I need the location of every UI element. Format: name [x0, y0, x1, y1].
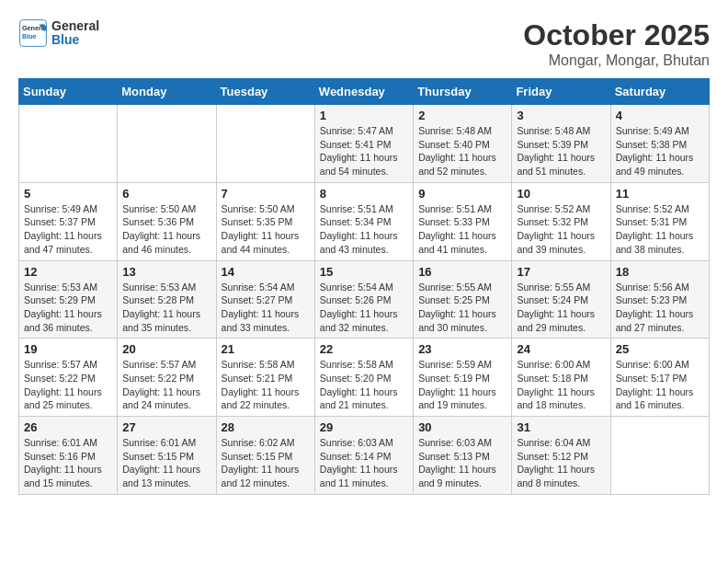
- day-number: 7: [222, 187, 310, 201]
- day-cell: 19Sunrise: 5:57 AM Sunset: 5:22 PM Dayli…: [19, 339, 118, 417]
- header-saturday: Saturday: [610, 79, 709, 105]
- day-cell: 22Sunrise: 5:58 AM Sunset: 5:20 PM Dayli…: [314, 339, 413, 417]
- day-info: Sunrise: 5:52 AM Sunset: 5:31 PM Dayligh…: [616, 202, 704, 257]
- day-info: Sunrise: 6:03 AM Sunset: 5:14 PM Dayligh…: [320, 436, 408, 490]
- day-number: 27: [122, 420, 210, 434]
- day-cell: [610, 417, 709, 495]
- header-thursday: Thursday: [414, 79, 512, 105]
- day-cell: 30Sunrise: 6:03 AM Sunset: 5:13 PM Dayli…: [414, 417, 512, 495]
- header-friday: Friday: [512, 79, 610, 105]
- day-number: 17: [517, 265, 605, 279]
- day-cell: 5Sunrise: 5:49 AM Sunset: 5:37 PM Daylig…: [19, 182, 118, 260]
- day-info: Sunrise: 6:04 AM Sunset: 5:12 PM Dayligh…: [517, 436, 605, 490]
- day-number: 13: [122, 265, 210, 279]
- day-info: Sunrise: 5:53 AM Sunset: 5:28 PM Dayligh…: [122, 281, 210, 335]
- day-cell: 23Sunrise: 5:59 AM Sunset: 5:19 PM Dayli…: [414, 339, 512, 417]
- day-cell: 3Sunrise: 5:48 AM Sunset: 5:39 PM Daylig…: [512, 105, 610, 183]
- day-cell: 25Sunrise: 6:00 AM Sunset: 5:17 PM Dayli…: [610, 339, 709, 417]
- day-info: Sunrise: 5:47 AM Sunset: 5:41 PM Dayligh…: [320, 124, 408, 178]
- day-info: Sunrise: 5:55 AM Sunset: 5:25 PM Dayligh…: [418, 281, 506, 335]
- day-number: 26: [24, 420, 112, 434]
- day-number: 5: [24, 187, 112, 201]
- day-info: Sunrise: 5:50 AM Sunset: 5:36 PM Dayligh…: [122, 202, 210, 257]
- day-info: Sunrise: 6:01 AM Sunset: 5:16 PM Dayligh…: [24, 436, 112, 490]
- day-number: 16: [418, 265, 506, 279]
- day-info: Sunrise: 6:01 AM Sunset: 5:15 PM Dayligh…: [122, 436, 210, 490]
- day-cell: 4Sunrise: 5:49 AM Sunset: 5:38 PM Daylig…: [610, 105, 709, 183]
- day-cell: 29Sunrise: 6:03 AM Sunset: 5:14 PM Dayli…: [314, 417, 413, 495]
- day-cell: 15Sunrise: 5:54 AM Sunset: 5:26 PM Dayli…: [314, 260, 413, 339]
- day-number: 30: [418, 420, 506, 434]
- logo-text-line1: General: [51, 19, 99, 33]
- logo-icon: General Blue: [18, 18, 48, 48]
- day-number: 12: [24, 265, 112, 279]
- day-cell: 31Sunrise: 6:04 AM Sunset: 5:12 PM Dayli…: [512, 417, 610, 495]
- day-number: 6: [122, 187, 210, 201]
- day-cell: 11Sunrise: 5:52 AM Sunset: 5:31 PM Dayli…: [610, 182, 709, 260]
- day-cell: 7Sunrise: 5:50 AM Sunset: 5:35 PM Daylig…: [216, 182, 314, 260]
- day-info: Sunrise: 5:56 AM Sunset: 5:23 PM Dayligh…: [616, 281, 704, 335]
- day-info: Sunrise: 6:02 AM Sunset: 5:15 PM Dayligh…: [222, 436, 310, 490]
- day-info: Sunrise: 6:00 AM Sunset: 5:17 PM Dayligh…: [616, 358, 704, 412]
- main-title: October 2025: [523, 18, 710, 52]
- week-row-1: 1Sunrise: 5:47 AM Sunset: 5:41 PM Daylig…: [19, 105, 710, 183]
- day-info: Sunrise: 5:57 AM Sunset: 5:22 PM Dayligh…: [24, 358, 112, 412]
- day-number: 2: [418, 109, 506, 122]
- day-cell: 16Sunrise: 5:55 AM Sunset: 5:25 PM Dayli…: [414, 260, 512, 339]
- day-number: 29: [320, 420, 408, 434]
- day-info: Sunrise: 5:57 AM Sunset: 5:22 PM Dayligh…: [122, 358, 210, 412]
- day-info: Sunrise: 5:58 AM Sunset: 5:20 PM Dayligh…: [320, 358, 408, 412]
- day-number: 4: [616, 109, 704, 122]
- day-info: Sunrise: 5:58 AM Sunset: 5:21 PM Dayligh…: [222, 358, 310, 412]
- day-cell: 24Sunrise: 6:00 AM Sunset: 5:18 PM Dayli…: [512, 339, 610, 417]
- header-monday: Monday: [118, 79, 216, 105]
- header-sunday: Sunday: [19, 79, 118, 105]
- header-wednesday: Wednesday: [314, 79, 413, 105]
- calendar-table: SundayMondayTuesdayWednesdayThursdayFrid…: [18, 78, 710, 495]
- week-row-3: 12Sunrise: 5:53 AM Sunset: 5:29 PM Dayli…: [19, 260, 710, 339]
- day-number: 24: [517, 342, 605, 356]
- logo: General Blue General Blue: [18, 18, 99, 48]
- day-cell: 27Sunrise: 6:01 AM Sunset: 5:15 PM Dayli…: [118, 417, 216, 495]
- sub-title: Mongar, Mongar, Bhutan: [523, 52, 710, 69]
- calendar-header: SundayMondayTuesdayWednesdayThursdayFrid…: [19, 79, 710, 105]
- day-info: Sunrise: 5:48 AM Sunset: 5:39 PM Dayligh…: [517, 124, 605, 178]
- week-row-2: 5Sunrise: 5:49 AM Sunset: 5:37 PM Daylig…: [19, 182, 710, 260]
- day-number: 31: [517, 420, 605, 434]
- day-info: Sunrise: 5:48 AM Sunset: 5:40 PM Dayligh…: [418, 124, 506, 178]
- svg-text:Blue: Blue: [22, 32, 37, 40]
- day-cell: 18Sunrise: 5:56 AM Sunset: 5:23 PM Dayli…: [610, 260, 709, 339]
- day-number: 28: [222, 420, 310, 434]
- day-number: 14: [222, 265, 310, 279]
- day-info: Sunrise: 5:51 AM Sunset: 5:34 PM Dayligh…: [320, 202, 408, 257]
- day-number: 1: [320, 109, 408, 122]
- day-cell: 1Sunrise: 5:47 AM Sunset: 5:41 PM Daylig…: [314, 105, 413, 183]
- day-info: Sunrise: 5:54 AM Sunset: 5:26 PM Dayligh…: [320, 281, 408, 335]
- day-number: 18: [616, 265, 704, 279]
- day-number: 21: [222, 342, 310, 356]
- day-number: 19: [24, 342, 112, 356]
- day-info: Sunrise: 5:54 AM Sunset: 5:27 PM Dayligh…: [222, 281, 310, 335]
- day-cell: 26Sunrise: 6:01 AM Sunset: 5:16 PM Dayli…: [19, 417, 118, 495]
- day-cell: 14Sunrise: 5:54 AM Sunset: 5:27 PM Dayli…: [216, 260, 314, 339]
- day-number: 9: [418, 187, 506, 201]
- day-cell: [19, 105, 118, 183]
- day-cell: 6Sunrise: 5:50 AM Sunset: 5:36 PM Daylig…: [118, 182, 216, 260]
- day-cell: 17Sunrise: 5:55 AM Sunset: 5:24 PM Dayli…: [512, 260, 610, 339]
- day-info: Sunrise: 5:55 AM Sunset: 5:24 PM Dayligh…: [517, 281, 605, 335]
- day-number: 11: [616, 187, 704, 201]
- day-info: Sunrise: 6:03 AM Sunset: 5:13 PM Dayligh…: [418, 436, 506, 490]
- day-cell: 12Sunrise: 5:53 AM Sunset: 5:29 PM Dayli…: [19, 260, 118, 339]
- day-number: 15: [320, 265, 408, 279]
- day-info: Sunrise: 5:49 AM Sunset: 5:37 PM Dayligh…: [24, 202, 112, 257]
- day-cell: 8Sunrise: 5:51 AM Sunset: 5:34 PM Daylig…: [314, 182, 413, 260]
- day-number: 25: [616, 342, 704, 356]
- calendar-body: 1Sunrise: 5:47 AM Sunset: 5:41 PM Daylig…: [19, 105, 710, 495]
- day-cell: 9Sunrise: 5:51 AM Sunset: 5:33 PM Daylig…: [414, 182, 512, 260]
- logo-text-line2: Blue: [51, 33, 99, 47]
- day-info: Sunrise: 5:59 AM Sunset: 5:19 PM Dayligh…: [418, 358, 506, 412]
- day-cell: 10Sunrise: 5:52 AM Sunset: 5:32 PM Dayli…: [512, 182, 610, 260]
- day-number: 20: [122, 342, 210, 356]
- week-row-4: 19Sunrise: 5:57 AM Sunset: 5:22 PM Dayli…: [19, 339, 710, 417]
- day-number: 10: [517, 187, 605, 201]
